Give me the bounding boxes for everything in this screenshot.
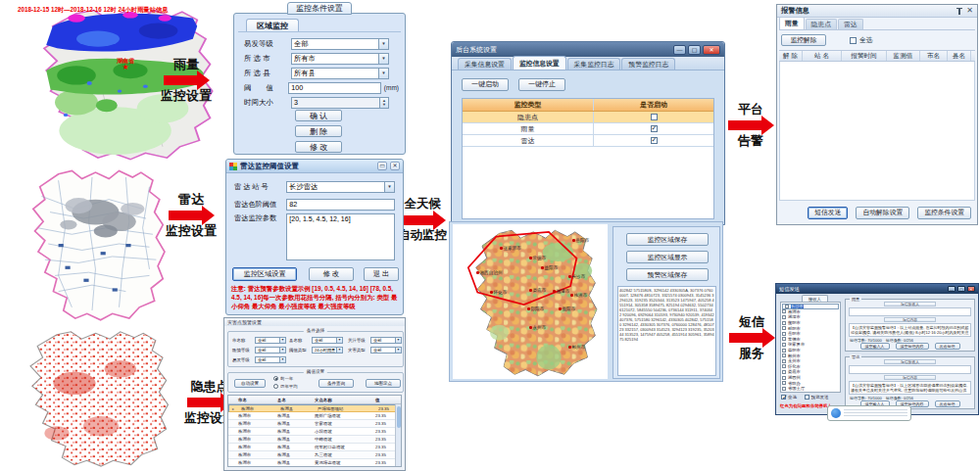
recipients-tab[interactable]: 接收人	[802, 295, 828, 302]
filter-select[interactable]: 24小时雨量▼	[312, 347, 343, 353]
checkbox-icon[interactable]	[782, 376, 786, 380]
start-all-button[interactable]: 一键启动	[462, 78, 509, 91]
table-row[interactable]: 隐患点	[463, 112, 713, 123]
monitor-region-set-button[interactable]: 监控区域设置	[232, 267, 297, 281]
filter-select[interactable]: 全部▼	[370, 347, 402, 353]
select-all-checkbox[interactable]: 全选	[781, 395, 797, 400]
tree-item[interactable]: 省国土厅	[782, 386, 839, 392]
chevron-down-icon[interactable]: ▼	[279, 357, 285, 362]
chevron-down-icon[interactable]: ▼	[378, 69, 388, 78]
save-region-button[interactable]: 监控区域保存	[626, 233, 709, 246]
checkbox-icon[interactable]	[782, 315, 786, 319]
checkbox-icon[interactable]	[782, 381, 786, 385]
region-coords-textarea[interactable]: 402842 5751580S, 3296142 4330305A, 30737…	[617, 286, 716, 376]
preview-send-checkbox[interactable]: 预览发送	[805, 395, 829, 400]
table-row[interactable]: 株洲市株洲县甘家滑坡23.35	[228, 420, 401, 428]
tab-0[interactable]: 采集信息设置	[458, 58, 512, 70]
checkbox-icon[interactable]	[651, 125, 658, 132]
send-sms-button[interactable]: 短信发送	[808, 207, 848, 219]
threshold-input[interactable]: 100	[288, 82, 381, 94]
close-icon[interactable]: ✕	[966, 7, 973, 15]
send-sms-button[interactable]: 发送短信	[935, 343, 960, 350]
monitor-condition-settings-button[interactable]: 监控条件设置	[917, 207, 971, 219]
radar-params-textarea[interactable]: [20, 1.5, 4.5, 12, 16]	[286, 213, 395, 260]
chevron-down-icon[interactable]: ▼	[279, 338, 285, 343]
modify-button[interactable]: 修 改	[309, 267, 354, 281]
exit-button[interactable]: 退 出	[364, 267, 399, 281]
close-button[interactable]: ✕	[390, 162, 400, 170]
chevron-down-icon[interactable]: ▼	[395, 348, 401, 353]
checkbox-icon[interactable]	[782, 309, 786, 313]
checkbox-icon[interactable]	[782, 353, 786, 357]
chevron-down-icon[interactable]: ▼	[384, 182, 394, 192]
table-row[interactable]: 株洲市株洲县黄泥塘边滑坡23.35	[228, 459, 401, 467]
chevron-down-icon[interactable]: ▼	[378, 39, 388, 49]
maximize-button[interactable]: ▢	[957, 286, 965, 292]
radio-year-average[interactable]: 历年平均	[273, 384, 298, 389]
county-select[interactable]: 所有县▼	[291, 68, 389, 79]
alarm-tab-2[interactable]: 雷达	[838, 19, 863, 29]
tab-3[interactable]: 预警监控日志	[621, 58, 675, 70]
color-threshold-input[interactable]: 82	[286, 199, 395, 211]
filter-select[interactable]: 全部▼	[312, 337, 343, 344]
scrollbar[interactable]	[395, 404, 401, 466]
spinner-arrows-icon[interactable]: ▲▼	[379, 98, 388, 108]
select-all-checkbox[interactable]: 全选	[850, 35, 873, 45]
stop-all-button[interactable]: 一键停止	[518, 78, 565, 91]
table-row[interactable]: 株洲市株洲县小坝滑坡23.35	[228, 428, 401, 436]
sms-content-box[interactable]: 【山洪灾害监测预警短信】: 以上区域雷达回波强度已达到设定阈值, 请有关单位及时…	[849, 381, 971, 395]
tab-1[interactable]: 监控信息设置	[513, 56, 566, 70]
table-row[interactable]: 株洲市株洲县中糖滑坡23.35	[228, 436, 401, 444]
tab-2[interactable]: 采集监控日志	[567, 58, 621, 70]
alarm-tab-1[interactable]: 隐患点	[806, 19, 837, 29]
chevron-down-icon[interactable]: ▼	[378, 54, 388, 64]
radar-station-select[interactable]: 长沙雷达▼	[286, 181, 395, 193]
taskbar-item[interactable]	[827, 405, 911, 421]
recipients-box[interactable]	[849, 307, 971, 316]
clear-content-button[interactable]: 清空短信内容	[896, 343, 929, 350]
send-sms-button[interactable]: 发送短信	[935, 400, 960, 407]
prone-level-select[interactable]: 全部▼	[291, 38, 389, 50]
maximize-button[interactable]: ▢	[688, 45, 701, 55]
checkbox-icon[interactable]	[782, 343, 786, 347]
checkbox-icon[interactable]	[782, 326, 786, 330]
filter-select[interactable]: 全部▼	[370, 337, 402, 344]
radio-icon[interactable]	[273, 384, 278, 389]
alarm-tab-0[interactable]: 雨量	[779, 17, 805, 29]
clear-recipients-button[interactable]: 清空输入人	[860, 343, 890, 350]
close-button[interactable]: ✕	[703, 45, 720, 55]
chevron-down-icon[interactable]: ▼	[395, 338, 401, 343]
recipients-box[interactable]	[849, 365, 971, 374]
chevron-down-icon[interactable]: ▼	[336, 338, 342, 343]
show-region-button[interactable]: 监控区域显示	[626, 251, 709, 263]
modify-button[interactable]: 修 改	[295, 141, 342, 153]
auto-release-settings-button[interactable]: 自动解除设置	[856, 207, 909, 219]
sms-content-box[interactable]: 【山洪灾害监测预警短信】: 以上站点雨量, 在监控时段内已达到或超过设定阈值, …	[849, 323, 971, 337]
checkbox-icon[interactable]	[850, 37, 857, 44]
chevron-down-icon[interactable]: ▼	[336, 348, 342, 353]
table-row[interactable]: ▸株洲市株洲县严塘地面塌陷23.35	[228, 404, 401, 412]
table-row[interactable]: 株洲市株洲县何军村口边滑坡23.35	[228, 444, 401, 451]
checkbox-icon[interactable]	[651, 114, 658, 120]
checkbox-icon[interactable]	[651, 137, 658, 144]
minimize-button[interactable]: —	[673, 45, 686, 55]
checkbox-icon[interactable]	[782, 359, 786, 363]
table-row[interactable]: 雨量	[463, 123, 713, 135]
checkbox-icon[interactable]	[781, 395, 786, 400]
city-select[interactable]: 所有市▼	[291, 53, 389, 65]
filter-select[interactable]: 全部▼	[255, 347, 286, 353]
checkbox-icon[interactable]	[805, 395, 809, 400]
tab-region-monitor[interactable]: 区域监控	[246, 19, 299, 31]
map-locate-button[interactable]: 地图定点	[366, 379, 401, 388]
checkbox-icon[interactable]	[785, 305, 789, 308]
close-button[interactable]: ✕	[967, 286, 975, 292]
release-monitor-button[interactable]: 监控解除	[781, 34, 826, 46]
checkbox-icon[interactable]	[782, 387, 786, 391]
time-size-stepper[interactable]: 3▲▼	[291, 97, 389, 109]
minimize-button[interactable]: —	[948, 286, 956, 292]
filter-select[interactable]: 全部▼	[255, 356, 286, 363]
tree-item[interactable]: 长沙市	[782, 304, 839, 309]
table-row[interactable]: 株洲市株洲县南郊广场滑坡23.35	[228, 412, 401, 420]
checkbox-icon[interactable]	[782, 332, 786, 336]
checkbox-icon[interactable]	[782, 349, 786, 353]
